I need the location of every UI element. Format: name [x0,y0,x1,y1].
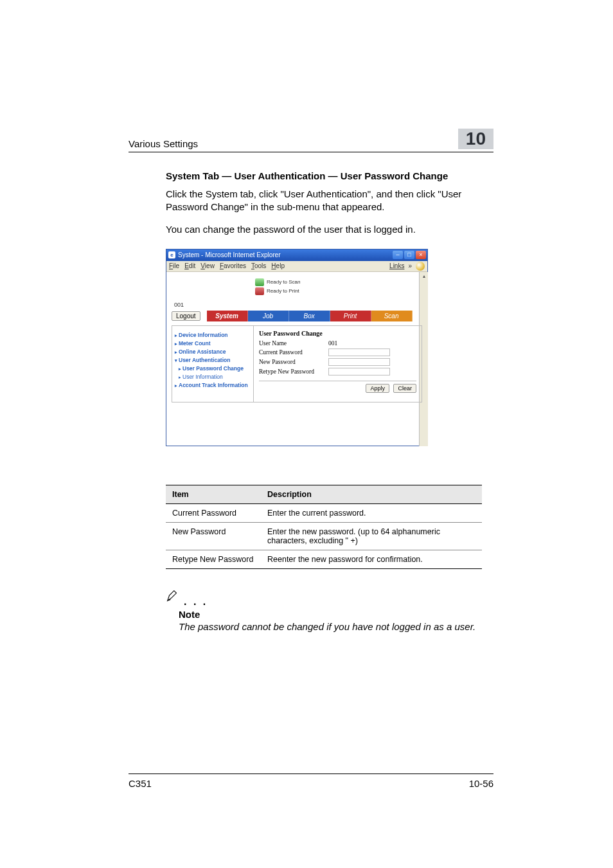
browser-window: e System - Microsoft Internet Explorer –… [166,249,428,446]
note-pen-icon [166,588,180,605]
links-chevron-icon[interactable]: » [408,262,412,269]
status-scan-text: Ready to Scan [267,279,300,285]
scanner-status-icon [255,278,264,286]
note-dots-icon: . . . [184,599,208,605]
tab-print[interactable]: Print [330,311,371,321]
label-retype-new-password: Retype New Password [259,368,324,375]
menu-view[interactable]: View [200,262,215,269]
window-title: System - Microsoft Internet Explorer [178,251,281,258]
label-new-password: New Password [259,359,324,365]
content-panel: User Password Change User Name 001 Curre… [254,325,422,402]
note-block: . . . Note The password cannot be change… [166,588,493,632]
cell-item: Retype New Password [166,550,261,568]
titlebar: e System - Microsoft Internet Explorer –… [166,249,427,261]
menu-favorites[interactable]: Favorites [220,262,246,269]
menu-file[interactable]: File [169,262,179,269]
section-para-1: Click the System tab, click "User Authen… [166,188,493,214]
ie-logo-icon: e [168,251,175,258]
label-user-name: User Name [259,340,324,347]
apply-button[interactable]: Apply [366,384,389,393]
footer-model: C351 [129,778,152,789]
sidebar-item-user-authentication[interactable]: User Authentication [175,357,251,363]
logout-button[interactable]: Logout [172,311,200,321]
table-row: New Password Enter the new password. (up… [166,522,482,550]
device-status: Ready to Scan Ready to Print [172,277,422,299]
clear-button[interactable]: Clear [393,384,416,393]
logged-user-id: 001 [174,302,422,308]
sidebar-item-user-password-change[interactable]: User Password Change [179,365,251,372]
menubar: File Edit View Favorites Tools Help Link… [166,261,427,272]
note-body: The password cannot be changed if you ha… [179,621,493,632]
tab-scan[interactable]: Scan [371,311,413,321]
scroll-up-icon[interactable]: ▴ [420,272,428,281]
cell-desc: Enter the new password. (up to 64 alphan… [261,522,482,550]
table-row: Retype New Password Reenter the new pass… [166,550,482,568]
footer-page: 10-56 [469,778,493,789]
running-title: Various Settings [129,138,198,149]
retype-new-password-input[interactable] [328,368,390,375]
th-description: Description [261,485,482,503]
item-description-table: Item Description Current Password Enter … [166,485,482,569]
menu-help[interactable]: Help [271,262,285,269]
sidebar-item-online-assistance[interactable]: Online Assistance [175,348,251,355]
cell-desc: Enter the current password. [261,503,482,522]
tab-system[interactable]: System [207,311,248,321]
maximize-button[interactable]: □ [404,251,414,259]
value-user-name: 001 [328,340,337,347]
ie-throbber-icon [416,262,425,271]
tab-box[interactable]: Box [289,311,330,321]
section-para-2: You can change the password of the user … [166,223,493,236]
sidebar-item-meter-count[interactable]: Meter Count [175,340,251,347]
menu-edit[interactable]: Edit [184,262,195,269]
sidebar-item-account-track-info[interactable]: Account Track Information [175,382,251,388]
form-title: User Password Change [259,330,416,337]
sidebar-item-device-info[interactable]: Device Information [175,332,251,338]
printer-status-icon [255,287,264,295]
close-button[interactable]: × [416,251,426,259]
chapter-number: 10 [458,129,493,149]
table-row: Current Password Enter the current passw… [166,503,482,522]
section-heading: System Tab — User Authentication — User … [166,170,493,181]
menu-tools[interactable]: Tools [251,262,266,269]
minimize-button[interactable]: – [393,251,403,259]
note-heading: Note [179,609,493,620]
cell-desc: Reenter the new password for confirmatio… [261,550,482,568]
label-current-password: Current Password [259,349,324,356]
cell-item: New Password [166,522,261,550]
cell-item: Current Password [166,503,261,522]
status-print-text: Ready to Print [267,288,299,294]
sidebar: Device Information Meter Count Online As… [172,325,254,402]
links-label[interactable]: Links [389,262,404,269]
current-password-input[interactable] [328,348,390,356]
tab-job[interactable]: Job [248,311,289,321]
sidebar-item-user-information[interactable]: User Information [179,374,251,380]
new-password-input[interactable] [328,358,390,366]
th-item: Item [166,485,261,503]
